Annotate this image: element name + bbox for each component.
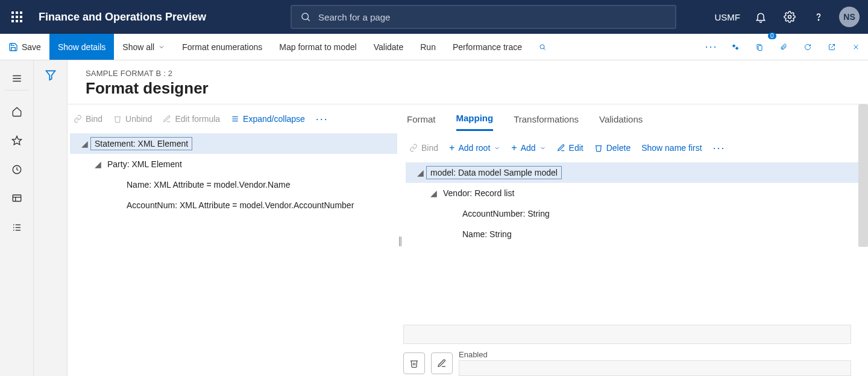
- scrollbar[interactable]: [858, 104, 868, 247]
- tree-node[interactable]: Name: XML Attribute = model.Vendor.Name: [70, 174, 397, 195]
- collapse-icon[interactable]: ◢: [92, 159, 104, 169]
- svg-point-0: [302, 13, 309, 20]
- show-name-first-button[interactable]: Show name first: [641, 143, 702, 153]
- svg-marker-15: [12, 136, 21, 145]
- property-field-top[interactable]: [403, 325, 851, 344]
- add-root-button[interactable]: +Add root: [449, 142, 500, 153]
- global-search[interactable]: [291, 5, 676, 29]
- enabled-field[interactable]: [459, 360, 851, 376]
- unbind-button[interactable]: Unbind: [113, 114, 152, 124]
- tree-node[interactable]: ◢ Party: XML Element: [70, 154, 397, 174]
- company-picker[interactable]: USMF: [715, 12, 741, 22]
- user-avatar[interactable]: NS: [839, 7, 860, 27]
- settings-icon[interactable]: [781, 8, 798, 25]
- notifications-icon[interactable]: [752, 8, 769, 25]
- property-panel: Enabled: [403, 325, 851, 376]
- tree-node[interactable]: AccountNumber: String: [406, 203, 868, 224]
- nav-rail: [0, 60, 34, 376]
- svg-rect-17: [13, 195, 21, 202]
- help-icon[interactable]: [810, 8, 827, 25]
- search-icon: [300, 11, 311, 22]
- nav-favorites-icon[interactable]: [5, 130, 29, 151]
- show-all-button[interactable]: Show all: [114, 34, 174, 60]
- edit-property-button[interactable]: [431, 352, 453, 374]
- splitter-handle[interactable]: ‖: [397, 104, 403, 376]
- show-details-button[interactable]: Show details: [49, 34, 114, 60]
- tree-node[interactable]: ◢ model: Data model Sample model: [406, 162, 868, 183]
- delete-property-button[interactable]: [403, 352, 425, 374]
- tree-node[interactable]: Name: String: [406, 224, 868, 244]
- chevron-down-icon: [539, 145, 546, 151]
- format-tree: ◢ Statement: XML Element ◢ Party: XML El…: [68, 133, 397, 215]
- add-button[interactable]: +Add: [511, 142, 546, 153]
- validate-button[interactable]: Validate: [365, 34, 412, 60]
- popout-icon[interactable]: [820, 34, 844, 60]
- edit-button[interactable]: Edit: [557, 143, 583, 153]
- nav-recent-icon[interactable]: [5, 159, 29, 180]
- tab-format[interactable]: Format: [407, 108, 436, 130]
- hamburger-icon[interactable]: [5, 66, 29, 91]
- nav-workspaces-icon[interactable]: [5, 188, 29, 209]
- page-title: Format designer: [86, 79, 868, 98]
- node-label: AccountNum: XML Attribute = model.Vendor…: [123, 199, 357, 211]
- refresh-icon[interactable]: [796, 34, 820, 60]
- expand-collapse-button[interactable]: Expand/collapse: [231, 114, 305, 124]
- svg-rect-6: [732, 44, 736, 48]
- mapping-bind-button[interactable]: Bind: [409, 143, 438, 153]
- tab-transformations[interactable]: Transformations: [514, 108, 579, 130]
- left-toolbar-overflow[interactable]: ···: [316, 113, 329, 126]
- collapse-icon[interactable]: ◢: [414, 168, 426, 177]
- svg-point-2: [788, 16, 791, 19]
- svg-rect-9: [758, 45, 762, 50]
- node-label: Statement: XML Element: [90, 137, 192, 150]
- svg-marker-26: [46, 71, 55, 80]
- format-tree-pane: Bind Unbind Edit formula Expand/collapse: [68, 104, 397, 376]
- edit-formula-button[interactable]: Edit formula: [163, 114, 220, 124]
- enabled-label: Enabled: [459, 350, 851, 359]
- filter-icon[interactable]: [45, 69, 57, 376]
- nav-modules-icon[interactable]: [5, 217, 29, 238]
- action-pane: Save Show details Show all Format enumer…: [0, 34, 868, 60]
- save-icon: [8, 42, 18, 52]
- options-icon[interactable]: [723, 34, 747, 60]
- tree-node[interactable]: ◢ Statement: XML Element: [70, 133, 397, 154]
- node-label: Name: XML Attribute = model.Vendor.Name: [123, 179, 294, 191]
- app-launcher-icon[interactable]: [0, 11, 34, 22]
- bind-button[interactable]: Bind: [74, 114, 102, 124]
- attachments-badge: 0: [768, 33, 776, 39]
- svg-point-3: [818, 19, 819, 20]
- tab-validations[interactable]: Validations: [599, 108, 643, 130]
- right-toolbar-overflow[interactable]: ···: [713, 142, 726, 155]
- mapping-pane: Format Mapping Transformations Validatio…: [403, 104, 868, 376]
- close-icon[interactable]: [844, 34, 868, 60]
- app-title: Finance and Operations Preview: [34, 11, 206, 24]
- delete-button[interactable]: Delete: [594, 143, 631, 153]
- overflow-icon[interactable]: ···: [699, 34, 723, 60]
- node-label: Party: XML Element: [104, 158, 186, 170]
- save-button[interactable]: Save: [0, 34, 49, 60]
- tree-node[interactable]: ◢ Vendor: Record list: [406, 183, 868, 203]
- main-content: SAMPLE FORMAT B : 2 Format designer Bind…: [68, 60, 868, 376]
- action-search-icon[interactable]: [530, 34, 555, 60]
- search-input[interactable]: [318, 12, 667, 22]
- node-label: Vendor: Record list: [439, 187, 518, 199]
- attachments-icon[interactable]: 0: [772, 34, 796, 60]
- collapse-icon[interactable]: ◢: [427, 188, 439, 198]
- performance-trace-button[interactable]: Performance trace: [444, 34, 530, 60]
- format-enumerations-button[interactable]: Format enumerations: [174, 34, 271, 60]
- app-header: Finance and Operations Preview USMF NS: [0, 0, 868, 34]
- chevron-down-icon: [494, 145, 500, 151]
- node-label: model: Data model Sample model: [426, 166, 562, 179]
- svg-rect-7: [735, 46, 739, 50]
- nav-home-icon[interactable]: [5, 101, 29, 122]
- map-format-to-model-button[interactable]: Map format to model: [271, 34, 365, 60]
- run-button[interactable]: Run: [412, 34, 444, 60]
- tab-mapping[interactable]: Mapping: [456, 107, 494, 131]
- node-label: Name: String: [459, 228, 515, 240]
- node-label: AccountNumber: String: [459, 208, 553, 220]
- collapse-icon[interactable]: ◢: [78, 139, 90, 148]
- svg-line-1: [307, 19, 310, 21]
- chevron-down-icon: [158, 43, 165, 51]
- tree-node[interactable]: AccountNum: XML Attribute = model.Vendor…: [70, 195, 397, 215]
- mapping-tree: ◢ model: Data model Sample model ◢ Vendo…: [403, 162, 868, 244]
